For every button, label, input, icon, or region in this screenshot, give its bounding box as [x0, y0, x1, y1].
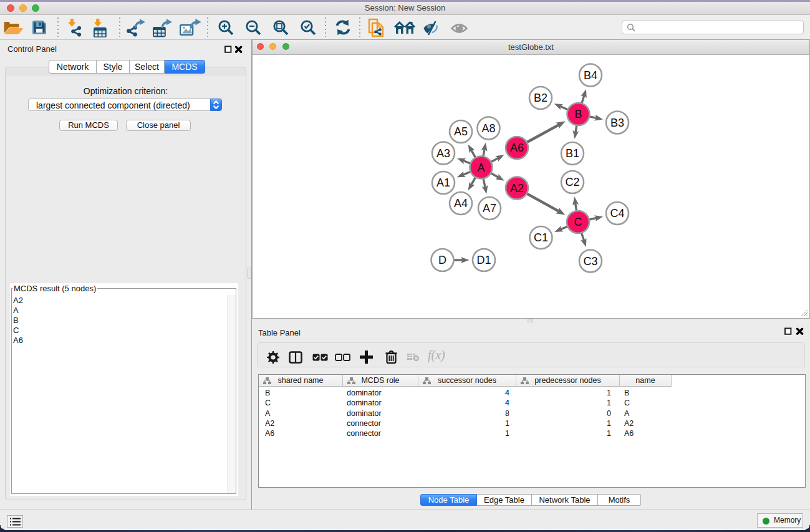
svg-text:B3: B3 — [610, 117, 624, 129]
svg-text:C4: C4 — [610, 207, 624, 220]
svg-text:C1: C1 — [534, 231, 548, 244]
svg-text:B1: B1 — [566, 147, 579, 160]
svg-text:D1: D1 — [476, 254, 491, 266]
svg-text:B4: B4 — [584, 69, 597, 82]
svg-text:D: D — [438, 254, 446, 266]
svg-text:C: C — [574, 216, 582, 228]
svg-text:C3: C3 — [583, 255, 597, 268]
svg-text:B: B — [574, 108, 582, 120]
svg-text:B2: B2 — [534, 92, 547, 104]
svg-text:A4: A4 — [454, 197, 468, 210]
svg-text:A2: A2 — [510, 182, 524, 195]
svg-text:C2: C2 — [565, 176, 579, 188]
svg-text:A7: A7 — [483, 202, 496, 215]
svg-text:A1: A1 — [436, 177, 450, 189]
svg-text:A8: A8 — [481, 122, 495, 135]
svg-text:A5: A5 — [454, 125, 468, 138]
svg-text:A6: A6 — [510, 142, 524, 154]
svg-text:A: A — [477, 162, 485, 174]
svg-text:A3: A3 — [436, 147, 450, 160]
